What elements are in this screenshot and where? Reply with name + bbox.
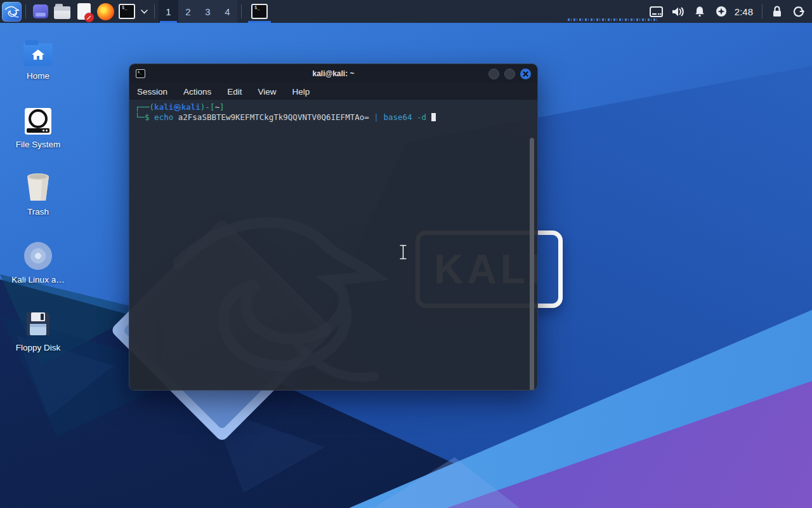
display-icon [650, 6, 663, 17]
terminal-icon: $_ [251, 4, 268, 19]
workspace-switcher: 1 2 3 4 [159, 0, 237, 23]
window-title: kali@kali: ~ [129, 69, 537, 78]
prompt-open: ┌──( [135, 102, 154, 112]
text-editor-icon [77, 3, 91, 20]
optical-disc-icon [24, 242, 52, 270]
menu-view[interactable]: View [258, 87, 277, 97]
prompt-user: kali㉿kali [154, 102, 200, 112]
command-argument: a2FsaSBBTEw9KEFMTCkgTk9QQVNTV0Q6IEFMTAo= [178, 112, 369, 122]
command-pipe: | [374, 112, 379, 122]
menu-help[interactable]: Help [292, 87, 310, 97]
terminal-content[interactable]: ┌──(kali㉿kali)-[~] └─$ echo a2FsaSBBTEw9… [129, 100, 537, 391]
bell-icon [694, 6, 705, 17]
maximize-button[interactable] [504, 69, 515, 79]
workspace-button-1[interactable]: 1 [159, 0, 178, 23]
minimize-button[interactable] [488, 69, 499, 79]
tray-notifications-button[interactable] [689, 0, 710, 23]
command-flag: -d [417, 112, 426, 122]
window-app-icon [33, 4, 48, 18]
scrollbar-thumb[interactable] [530, 138, 534, 391]
file-manager-icon [54, 6, 70, 19]
close-button[interactable] [520, 69, 531, 79]
prompt-line-1: ┌──(kali㉿kali)-[~] [135, 102, 537, 112]
desktop-icon-label: Kali Linux a… [11, 275, 64, 284]
top-panel: $_ 1 2 3 4 $_ [0, 0, 812, 23]
updates-icon [716, 6, 727, 17]
window-titlebar[interactable]: $_ kali@kali: ~ [129, 64, 537, 83]
prompt-line-2: └─$ echo a2FsaSBBTEw9KEFMTCkgTk9QQVNTV0Q… [135, 112, 537, 123]
close-icon [523, 71, 528, 77]
hard-drive-icon [25, 108, 51, 135]
desktop-icon-trash[interactable]: Trash [5, 169, 71, 232]
chevron-down-icon [141, 10, 148, 14]
terminal-cursor [431, 113, 436, 121]
launcher-dropdown-button[interactable] [139, 2, 149, 21]
firefox-icon [97, 3, 114, 20]
panel-separator [25, 4, 26, 18]
system-tray: 2:48 [646, 0, 812, 23]
kali-dragon-icon [4, 4, 20, 18]
desktop-icon-floppy-disk[interactable]: Floppy Disk [5, 305, 71, 368]
panel-artifact-dashes [568, 18, 658, 21]
terminal-window: $_ kali@kali: ~ Session Actions Edit Vie… [129, 64, 538, 391]
lock-icon [772, 6, 782, 17]
launcher-text-editor-button[interactable] [74, 2, 93, 21]
kali-menu-button[interactable] [2, 2, 22, 22]
trash-bucket-icon [23, 171, 53, 202]
prompt-end: ] [219, 102, 225, 112]
menu-session[interactable]: Session [137, 87, 167, 97]
workspace-button-3[interactable]: 3 [198, 0, 218, 23]
panel-separator [762, 4, 763, 18]
panel-separator [154, 4, 155, 18]
desktop-icon-kali-linux[interactable]: Kali Linux a… [5, 237, 71, 300]
menu-actions[interactable]: Actions [183, 87, 211, 97]
tray-logout-button[interactable] [788, 0, 809, 23]
prompt-symbol: └─$ [135, 112, 150, 122]
workspace-button-2[interactable]: 2 [178, 0, 198, 23]
clock[interactable]: 2:48 [735, 6, 753, 17]
launcher-window-app-button[interactable] [31, 2, 50, 21]
logout-icon [793, 6, 804, 17]
desktop-icon-file-system[interactable]: File System [5, 102, 71, 165]
desktop-icon-label: File System [16, 140, 61, 149]
volume-icon [672, 6, 684, 17]
menu-edit[interactable]: Edit [227, 87, 242, 97]
desktop-icon-label: Home [27, 71, 49, 81]
home-folder-icon [23, 43, 53, 66]
floppy-disk-icon [24, 310, 52, 338]
desktop-icon-label: Floppy Disk [16, 343, 61, 352]
launcher-file-manager-button[interactable] [53, 2, 72, 21]
desktop: KALI Home File System Trash Kali Linux a… [0, 0, 812, 508]
command-program2: base64 [383, 112, 412, 122]
prompt-close: )-[ [200, 102, 215, 112]
launcher-firefox-button[interactable] [96, 2, 115, 21]
tray-updates-button[interactable] [710, 0, 732, 23]
tray-volume-button[interactable] [667, 0, 689, 23]
desktop-icon-home[interactable]: Home [5, 33, 71, 97]
tray-lock-button[interactable] [766, 0, 788, 23]
launcher-terminal-button[interactable]: $_ [117, 2, 136, 21]
terminal-menubar: Session Actions Edit View Help [129, 83, 537, 100]
taskbar-terminal-window-button[interactable]: $_ [246, 0, 273, 23]
terminal-icon: $_ [119, 4, 135, 19]
workspace-button-4[interactable]: 4 [218, 0, 237, 23]
panel-separator [241, 4, 242, 18]
kali-dragon-watermark [142, 189, 415, 391]
window-terminal-icon: $_ [136, 69, 145, 78]
command-program: echo [154, 112, 173, 122]
desktop-icon-label: Trash [27, 207, 49, 217]
prompt-cwd: ~ [214, 102, 219, 112]
edit-badge-icon [84, 13, 94, 22]
